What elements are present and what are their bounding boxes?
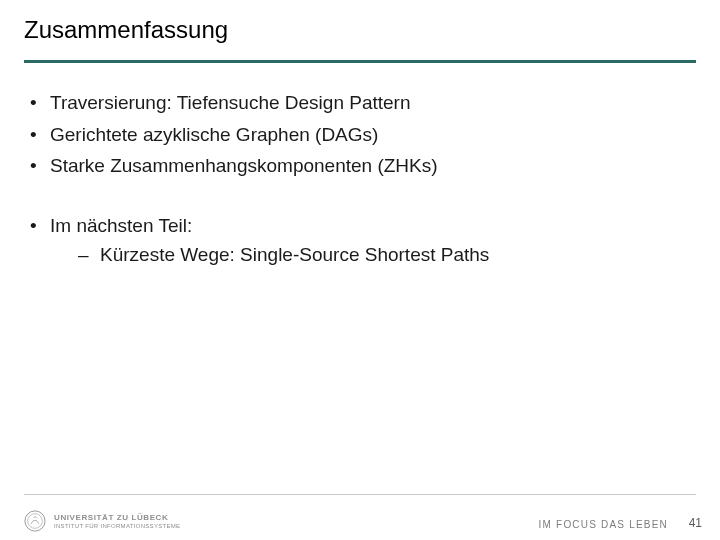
bullet-group-1: Traversierung: Tiefensuche Design Patter… (24, 89, 696, 180)
bullet-item: Starke Zusammenhangskomponenten (ZHKs) (24, 152, 696, 180)
sub-bullets: Kürzeste Wege: Single-Source Shortest Pa… (50, 241, 696, 269)
university-name: UNIVERSITÄT ZU LÜBECK (54, 514, 180, 522)
sub-bullet-item: Kürzeste Wege: Single-Source Shortest Pa… (72, 241, 696, 269)
bullet-item: Gerichtete azyklische Graphen (DAGs) (24, 121, 696, 149)
footer-left: UNIVERSITÄT ZU LÜBECK INSTITUT FÜR INFOR… (24, 510, 180, 532)
bullet-text: Im nächsten Teil: (50, 215, 192, 236)
slide-body: Traversierung: Tiefensuche Design Patter… (0, 63, 720, 269)
bullet-item: Traversierung: Tiefensuche Design Patter… (24, 89, 696, 117)
bullet-group-2: Im nächsten Teil: Kürzeste Wege: Single-… (24, 212, 696, 269)
footer-divider (24, 494, 696, 495)
footer-tagline: IM FOCUS DAS LEBEN (539, 519, 668, 530)
slide: Zusammenfassung Traversierung: Tiefensuc… (0, 0, 720, 540)
spacer (24, 184, 696, 212)
title-area: Zusammenfassung (0, 0, 720, 54)
footer: UNIVERSITÄT ZU LÜBECK INSTITUT FÜR INFOR… (0, 494, 720, 540)
svg-point-1 (28, 514, 43, 529)
slide-title: Zusammenfassung (24, 16, 696, 44)
bullet-item: Im nächsten Teil: Kürzeste Wege: Single-… (24, 212, 696, 269)
university-seal-icon (24, 510, 46, 532)
university-text: UNIVERSITÄT ZU LÜBECK INSTITUT FÜR INFOR… (54, 514, 180, 529)
institute-name: INSTITUT FÜR INFORMATIONSSYSTEME (54, 523, 180, 529)
page-number: 41 (689, 516, 702, 530)
